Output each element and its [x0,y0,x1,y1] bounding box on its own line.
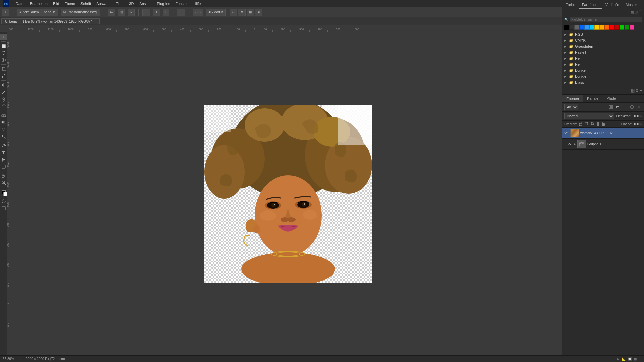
swatch-orange2[interactable] [604,25,609,30]
clone-stamp-tool[interactable] [0,96,7,103]
panel-icon-2[interactable]: ⊞ [635,10,638,14]
statusbar-icon-2[interactable]: 📐 [622,357,626,361]
dodge-tool[interactable] [0,133,7,140]
3d-pan-btn[interactable]: ⊕ [238,9,246,16]
color-search-input[interactable] [570,17,642,22]
lock-image-btn[interactable] [584,121,589,127]
hand-tool[interactable] [0,172,7,179]
layer-filter-adjust-btn[interactable] [615,104,621,110]
document-tab[interactable]: Unbenannt-1 bei 65,9% (woman-1439909_192… [1,18,100,24]
swatch-blue2[interactable] [584,25,589,30]
menu-bearbeiten[interactable]: Bearbeiten [28,1,50,6]
color-group-hell[interactable]: ▶ 📁 Hell [562,55,644,61]
menu-3d[interactable]: 3D [127,1,136,6]
layer-filter-text-btn[interactable]: T [622,104,628,110]
swatch-red1[interactable] [609,25,614,30]
layer-type-select[interactable]: Art [564,104,578,110]
statusbar-icon-1[interactable]: ⚙ [616,357,620,361]
panel-icon-3[interactable]: ☰ [639,10,642,14]
color-group-dunkler[interactable]: ▶ 📁 Dunkler [562,73,644,79]
more-options-btn[interactable]: • • • [193,9,203,16]
color-group-pastell[interactable]: ▶ 📁 Pastell [562,49,644,55]
swatch-orange1[interactable] [599,25,604,30]
move-tool[interactable]: ✛ [0,34,7,40]
3d-rotate-btn[interactable]: ↻ [230,9,237,16]
color-group-graustufen[interactable]: ▶ 📁 Graustufen [562,43,644,49]
tab-farbfelder[interactable]: Farbfelder [579,1,602,9]
statusbar-icon-3[interactable]: 🔲 [628,357,632,361]
eyedropper-tool[interactable] [0,73,7,79]
swatch-green1[interactable] [620,25,624,30]
3d-orbit-btn[interactable]: ⊗ [255,9,262,16]
align-bottom-btn[interactable]: ⊦ [163,9,169,16]
swatch-cyan[interactable] [589,25,594,30]
tab-close-btn[interactable]: × [94,20,96,23]
color-group-rein[interactable]: ▶ 📁 Rein [562,61,644,67]
menu-datei[interactable]: Datei [13,1,27,6]
layer-filter-pixel-btn[interactable] [608,104,614,110]
lock-all-btn[interactable] [601,121,606,127]
swatch-dark2[interactable] [574,25,579,30]
menu-auswahl[interactable]: Auswahl [94,1,113,6]
auto-select-btn[interactable]: Autom. ausw.: Ebene ▼ [17,9,58,16]
align-top-btn[interactable]: ⊤ [142,9,150,16]
lasso-tool[interactable] [0,50,7,56]
layer-item-woman[interactable]: 👁 woman-1439909_1920 [562,128,644,139]
menu-schrift[interactable]: Schrift [78,1,93,6]
panel-icon-grid[interactable]: ▦ [631,88,635,93]
color-group-cmyk[interactable]: ▶ 📁 CMYK [562,37,644,43]
tab-ebenen[interactable]: Ebenen [562,95,583,102]
gradient-tool[interactable] [0,119,7,126]
menu-fenster[interactable]: Fenster [173,1,190,6]
color-group-dunkel[interactable]: ▶ 📁 Dunkel [562,67,644,73]
text-tool[interactable]: T [0,149,7,156]
align-right-btn[interactable]: ⊧ [128,9,135,16]
color-group-rgb[interactable]: ▶ 📁 RGB [562,31,644,37]
frame-tool[interactable] [0,205,7,212]
layer-visibility-woman[interactable]: 👁 [564,131,569,135]
foreground-color[interactable] [0,189,7,196]
panel-icon-list[interactable]: ≡ [636,88,638,93]
tab-verlaeufe[interactable]: Verläufe [602,1,622,9]
color-group-blass[interactable]: ▶ 📁 Blass [562,79,644,85]
lock-position-btn[interactable] [596,121,600,127]
panel-icon-new[interactable]: + [640,88,642,93]
3d-mode-btn[interactable]: 3D-Modus [206,9,226,16]
blur-tool[interactable] [0,126,7,133]
fill-value[interactable]: 100% [633,122,642,126]
object-selection-tool[interactable] [0,57,7,63]
layer-item-group1[interactable]: 👁 ▶ Gruppe 1 [562,139,644,150]
opacity-value[interactable]: 100% [633,114,642,118]
eraser-tool[interactable] [0,112,7,119]
zoom-tool[interactable] [0,179,7,186]
swatch-red2[interactable] [614,25,619,30]
shape-tool[interactable] [0,163,7,170]
tab-pfade[interactable]: Pfade [602,95,620,102]
crop-tool[interactable] [0,66,7,72]
menu-plugins[interactable]: Plug-ins [154,1,172,6]
transform-controls-btn[interactable]: ☑ Transformationsstrg. [61,9,100,16]
lock-artboard-btn[interactable] [590,121,595,127]
statusbar-icon-5[interactable]: ⊞ [639,357,641,361]
align-left-btn[interactable]: ⊨ [108,9,115,16]
menu-hilfe[interactable]: Hilfe [191,1,203,6]
marquee-tool[interactable]: ⬜ [0,43,7,49]
spot-heal-tool[interactable] [0,82,7,88]
tab-kanaele[interactable]: Kanäle [583,95,602,102]
move-options-icon[interactable]: ✛ [2,9,9,16]
statusbar-icon-4[interactable]: ▦ [634,357,637,361]
history-brush-tool[interactable] [0,103,7,110]
brush-tool[interactable] [0,89,7,96]
3d-zoom-btn[interactable]: ⊞ [247,9,254,16]
path-selection-tool[interactable] [0,156,7,163]
menu-ansicht[interactable]: Ansicht [137,1,154,6]
align-center-v-btn[interactable]: ⊥ [153,9,160,16]
tab-farbe[interactable]: Farbe [562,1,579,9]
layer-filter-smart-btn[interactable] [636,104,642,110]
menu-ebene[interactable]: Ebene [62,1,77,6]
tab-muster[interactable]: Muster [622,1,640,9]
swatch-green2[interactable] [625,25,629,30]
align-center-h-btn[interactable]: ⊟ [118,9,125,16]
distribute-btn[interactable]: ⋮ [177,9,185,16]
menu-bild[interactable]: Bild [51,1,61,6]
